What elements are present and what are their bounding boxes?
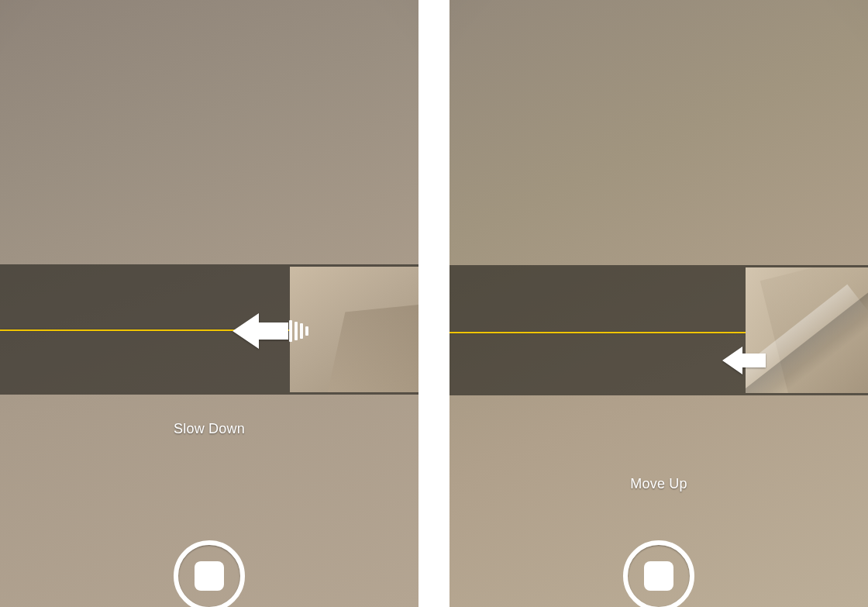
- panorama-strip: [0, 264, 418, 395]
- panorama-strip: [450, 265, 868, 395]
- captured-preview-thumb: [290, 267, 418, 392]
- speed-trail-icon: [289, 320, 308, 342]
- panel-divider: [418, 0, 450, 607]
- arrow-left-icon: [232, 312, 288, 354]
- panorama-screen-move-up: Move Up: [450, 0, 868, 607]
- instruction-text: Move Up: [450, 476, 868, 492]
- stop-icon: [644, 561, 673, 591]
- svg-marker-1: [722, 347, 766, 374]
- instruction-text: Slow Down: [0, 421, 418, 437]
- stop-capture-button[interactable]: [623, 540, 694, 607]
- panorama-capture-compare: Slow Down Move Up: [0, 0, 868, 607]
- stop-icon: [195, 561, 224, 591]
- svg-marker-0: [232, 313, 288, 349]
- stop-capture-button[interactable]: [174, 540, 245, 607]
- panorama-screen-slow-down: Slow Down: [0, 0, 418, 607]
- arrow-left-icon: [722, 346, 766, 378]
